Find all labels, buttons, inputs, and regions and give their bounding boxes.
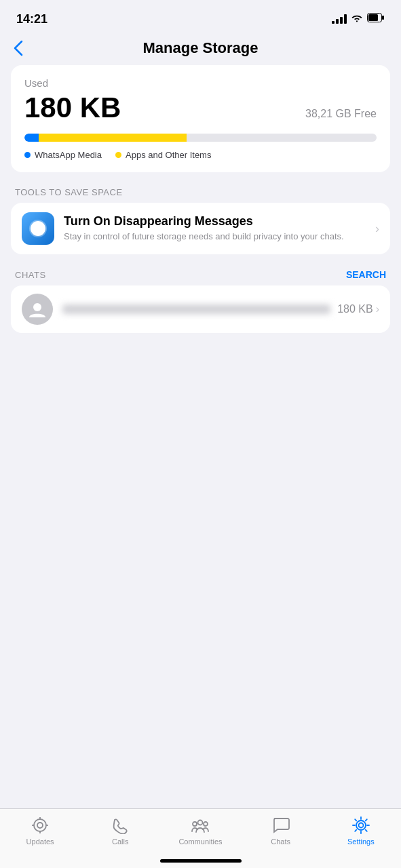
tool-title: Turn On Disappearing Messages xyxy=(64,214,370,229)
tool-text: Turn On Disappearing Messages Stay in co… xyxy=(64,214,370,243)
progress-whatsapp xyxy=(24,134,39,142)
legend-label-whatsapp: WhatsApp Media xyxy=(35,150,102,160)
storage-free-value: 38,21 GB Free xyxy=(305,108,377,120)
legend-apps: Apps and Other Items xyxy=(115,150,211,160)
status-bar: 14:21 xyxy=(0,0,401,34)
tab-communities-label: Communities xyxy=(178,837,222,846)
page-title: Manage Storage xyxy=(143,39,259,57)
legend-dot-whatsapp xyxy=(24,152,31,158)
tools-card: Turn On Disappearing Messages Stay in co… xyxy=(11,203,390,254)
svg-rect-1 xyxy=(382,16,384,20)
tab-communities[interactable]: Communities xyxy=(173,816,227,846)
settings-icon xyxy=(351,816,370,835)
svg-point-8 xyxy=(37,823,43,828)
chats-label: CHATS xyxy=(15,270,46,280)
battery-icon xyxy=(367,13,385,25)
svg-point-15 xyxy=(204,822,208,826)
legend-whatsapp: WhatsApp Media xyxy=(24,150,102,160)
tab-calls[interactable]: Calls xyxy=(93,816,147,846)
chats-card: 180 KB › xyxy=(11,285,390,333)
storage-progress-bar xyxy=(24,134,377,142)
nav-header: Manage Storage xyxy=(0,34,401,65)
status-icons xyxy=(332,13,385,25)
storage-row: 180 KB 38,21 GB Free xyxy=(24,92,377,124)
tools-section-header: TOOLS TO SAVE SPACE xyxy=(11,187,390,197)
svg-point-14 xyxy=(193,822,197,826)
chat-name-blur xyxy=(62,304,330,314)
home-indicator xyxy=(160,859,242,863)
storage-legend: WhatsApp Media Apps and Other Items xyxy=(24,150,377,160)
progress-apps xyxy=(39,134,187,142)
tab-settings[interactable]: Settings xyxy=(334,816,388,846)
disappearing-messages-icon-wrap xyxy=(22,212,54,245)
chat-size: 180 KB › xyxy=(337,303,379,315)
chat-avatar xyxy=(22,294,53,325)
storage-card: Used 180 KB 38,21 GB Free WhatsApp Media… xyxy=(11,65,390,172)
svg-point-16 xyxy=(358,823,363,828)
updates-icon xyxy=(31,816,50,835)
back-button[interactable] xyxy=(14,40,23,56)
chats-icon xyxy=(271,816,290,835)
tab-chats-label: Chats xyxy=(271,837,290,846)
tab-chats[interactable]: Chats xyxy=(254,816,308,846)
chats-section-header: CHATS SEARCH xyxy=(11,269,390,280)
svg-point-13 xyxy=(198,821,203,825)
used-label: Used xyxy=(24,77,377,89)
tool-subtitle: Stay in control of future storage needs … xyxy=(64,231,370,243)
tab-updates-label: Updates xyxy=(26,837,54,846)
chat-item[interactable]: 180 KB › xyxy=(11,285,390,333)
legend-dot-apps xyxy=(115,152,121,158)
status-time: 14:21 xyxy=(16,12,47,26)
svg-point-6 xyxy=(33,303,41,311)
svg-rect-2 xyxy=(368,14,378,21)
main-content: Used 180 KB 38,21 GB Free WhatsApp Media… xyxy=(0,65,401,333)
disappearing-messages-item[interactable]: Turn On Disappearing Messages Stay in co… xyxy=(11,203,390,254)
storage-used-value: 180 KB xyxy=(24,92,121,124)
tab-settings-label: Settings xyxy=(347,837,375,846)
tool-chevron-icon: › xyxy=(375,222,379,236)
search-button[interactable]: SEARCH xyxy=(346,269,386,280)
chat-chevron-icon: › xyxy=(376,303,379,315)
svg-point-17 xyxy=(356,821,366,830)
wifi-icon xyxy=(351,13,363,25)
svg-point-7 xyxy=(34,819,46,831)
calls-icon xyxy=(111,816,130,835)
chat-size-value: 180 KB xyxy=(337,303,373,315)
tab-updates[interactable]: Updates xyxy=(13,816,67,846)
signal-icon xyxy=(332,14,347,24)
communities-icon xyxy=(191,816,210,835)
tab-calls-label: Calls xyxy=(112,837,128,846)
legend-label-apps: Apps and Other Items xyxy=(126,150,211,160)
